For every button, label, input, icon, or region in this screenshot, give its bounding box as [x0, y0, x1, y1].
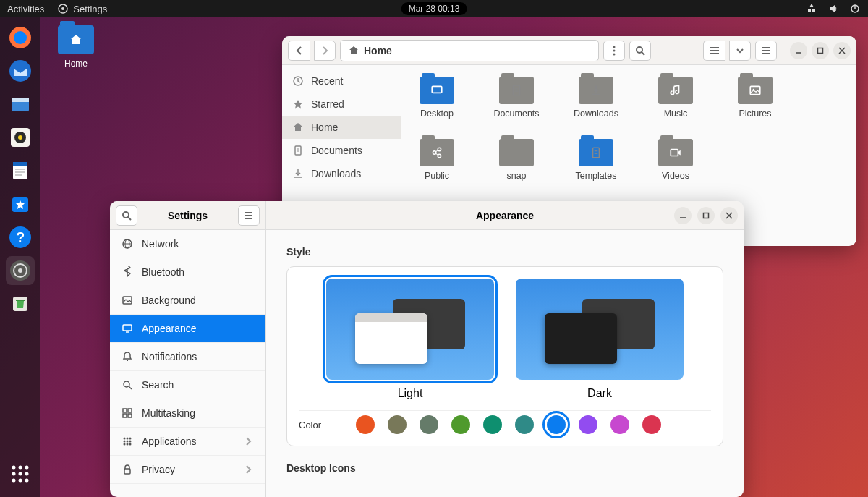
- color-swatch[interactable]: [451, 415, 470, 434]
- svg-point-96: [124, 443, 126, 446]
- settings-sidebar-item-bluetooth[interactable]: Bluetooth: [110, 258, 265, 286]
- path-bar[interactable]: Home: [340, 40, 599, 61]
- hamburger-menu-button[interactable]: [755, 41, 777, 61]
- svg-rect-24: [16, 300, 25, 301]
- view-list-button[interactable]: [703, 41, 725, 61]
- folder-item[interactable]: Pictures: [730, 77, 780, 119]
- folder-item[interactable]: Downloads: [571, 77, 621, 119]
- color-swatch[interactable]: [420, 415, 438, 434]
- settings-sidebar-item-appearance[interactable]: Appearance: [110, 315, 265, 343]
- color-swatch[interactable]: [579, 415, 597, 434]
- files-sidebar-item[interactable]: Documents: [282, 139, 401, 162]
- activities-button[interactable]: Activities: [7, 4, 44, 14]
- files-menu-button[interactable]: [603, 41, 625, 61]
- folder-label: Music: [664, 109, 688, 119]
- network-icon[interactable]: [806, 3, 817, 14]
- top-panel: Activities Settings Mar 28 00:13: [0, 0, 868, 17]
- dock-trash[interactable]: [6, 289, 35, 318]
- color-swatch[interactable]: [515, 415, 534, 434]
- folder-item[interactable]: Videos: [650, 139, 701, 181]
- folder-item[interactable]: Public: [412, 139, 462, 181]
- minimize-button[interactable]: [674, 207, 692, 224]
- files-sidebar-item[interactable]: Recent: [282, 69, 401, 93]
- style-option-light[interactable]: Light: [326, 279, 494, 400]
- clock[interactable]: Mar 28 00:13: [401, 2, 467, 15]
- close-button[interactable]: [833, 42, 851, 59]
- files-sidebar-item[interactable]: Downloads: [282, 162, 401, 185]
- svg-line-62: [435, 150, 438, 152]
- svg-point-97: [127, 443, 129, 446]
- svg-rect-57: [750, 86, 760, 94]
- folder-item[interactable]: Desktop: [412, 77, 462, 119]
- folder-item[interactable]: Templates: [571, 139, 621, 181]
- dock-rhythmbox[interactable]: [6, 123, 35, 152]
- settings-sidebar-item-applications[interactable]: Applications: [110, 428, 265, 456]
- settings-window: Settings Appearance NetworkBluetoothBack…: [110, 201, 744, 497]
- svg-rect-81: [123, 325, 132, 331]
- folder-item[interactable]: Documents: [491, 77, 542, 119]
- svg-rect-74: [704, 213, 709, 218]
- svg-point-31: [12, 479, 15, 483]
- files-sidebar-item[interactable]: Home: [282, 116, 401, 139]
- style-option-dark[interactable]: Dark: [516, 279, 684, 400]
- dock-help[interactable]: ?: [6, 223, 35, 252]
- monitor-icon: [430, 84, 443, 97]
- svg-point-27: [25, 466, 28, 470]
- dock-settings[interactable]: [6, 256, 35, 285]
- folder-item[interactable]: Music: [650, 77, 701, 119]
- color-swatch[interactable]: [547, 415, 566, 434]
- color-swatch[interactable]: [610, 415, 629, 434]
- settings-search-button[interactable]: [116, 205, 137, 226]
- search-button[interactable]: [629, 41, 651, 61]
- settings-sidebar-title: Settings: [142, 210, 234, 221]
- dock-software[interactable]: [6, 190, 35, 218]
- dock-thunderbird[interactable]: [6, 56, 35, 85]
- chevron-right-icon: [242, 436, 254, 447]
- sidebar-item-label: Privacy: [142, 464, 175, 475]
- desktop-icons-section-title: Desktop Icons: [286, 462, 723, 474]
- color-swatch[interactable]: [642, 415, 661, 434]
- active-app-indicator[interactable]: Settings: [57, 3, 107, 14]
- dock-writer[interactable]: [6, 156, 35, 185]
- style-panel: LightDark Color: [286, 266, 723, 446]
- home-icon: [292, 122, 304, 133]
- nav-forward-button[interactable]: [314, 41, 336, 61]
- color-swatch[interactable]: [483, 415, 502, 434]
- color-swatch[interactable]: [388, 415, 407, 434]
- power-icon[interactable]: [849, 3, 861, 14]
- volume-icon[interactable]: [827, 3, 839, 14]
- view-dropdown-button[interactable]: [729, 41, 751, 61]
- svg-point-28: [12, 472, 15, 476]
- settings-sidebar-item-network[interactable]: Network: [110, 230, 265, 258]
- show-applications[interactable]: [6, 459, 35, 488]
- settings-sidebar-item-multitasking[interactable]: Multitasking: [110, 399, 265, 428]
- files-sidebar-item[interactable]: Starred: [282, 93, 401, 116]
- svg-rect-87: [128, 409, 132, 412]
- folder-item[interactable]: snap: [491, 139, 542, 181]
- svg-rect-88: [123, 414, 127, 417]
- maximize-button[interactable]: [812, 42, 829, 59]
- color-swatch[interactable]: [356, 415, 375, 434]
- svg-line-63: [435, 153, 438, 155]
- dock-files[interactable]: [6, 90, 35, 119]
- svg-point-34: [613, 46, 616, 48]
- svg-point-36: [613, 53, 616, 55]
- download-icon: [590, 84, 603, 97]
- svg-rect-53: [432, 86, 442, 93]
- sidebar-item-label: Bluetooth: [142, 266, 184, 278]
- settings-sidebar-item-privacy[interactable]: Privacy: [110, 456, 265, 484]
- settings-sidebar-item-background[interactable]: Background: [110, 286, 265, 315]
- style-section-title: Style: [286, 246, 723, 258]
- settings-sidebar-item-search[interactable]: Search: [110, 371, 265, 399]
- minimize-button[interactable]: [790, 42, 807, 59]
- dock-firefox[interactable]: [6, 23, 35, 52]
- sidebar-item-label: Search: [142, 379, 174, 391]
- svg-text:?: ?: [15, 229, 24, 245]
- nav-back-button[interactable]: [288, 41, 310, 61]
- settings-menu-button[interactable]: [238, 205, 260, 226]
- maximize-button[interactable]: [697, 207, 715, 224]
- svg-rect-86: [123, 409, 127, 412]
- settings-sidebar-item-notifications[interactable]: Notifications: [110, 343, 265, 371]
- desktop-home-icon[interactable]: Home: [51, 25, 101, 69]
- close-button[interactable]: [720, 207, 738, 224]
